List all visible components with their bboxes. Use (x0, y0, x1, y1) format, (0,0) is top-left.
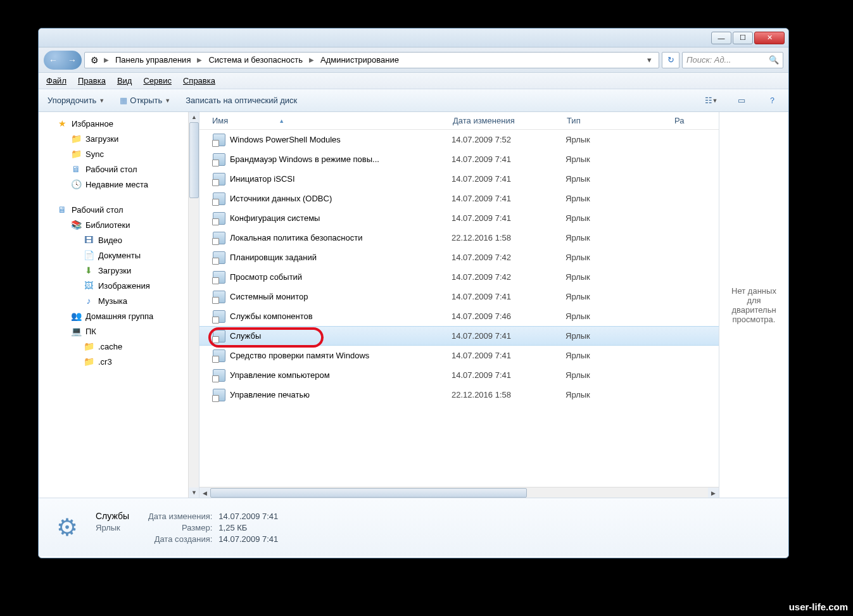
desktop-icon: 🖥 (70, 163, 82, 175)
sidebar-item-homegroup[interactable]: 👥Домашняя группа (39, 308, 199, 324)
file-row[interactable]: Управление компьютером14.07.2009 7:41Ярл… (199, 365, 719, 385)
breadcrumb-seg3[interactable]: Администрирование (318, 54, 401, 66)
close-button[interactable]: ✕ (754, 32, 785, 44)
shortcut-icon (212, 310, 226, 324)
organize-button[interactable]: Упорядочить ▼ (47, 96, 104, 105)
column-date[interactable]: Дата изменения (453, 116, 567, 125)
sidebar-item-sync[interactable]: 📁Sync (39, 146, 199, 161)
sort-asc-icon: ▲ (279, 118, 284, 124)
shortcut-icon (212, 329, 226, 343)
open-button[interactable]: ▦ Открыть ▼ (120, 96, 170, 105)
maximize-button[interactable]: ☐ (733, 32, 753, 44)
file-list: Имя▲ Дата изменения Тип Ра Windows Power… (199, 112, 719, 498)
watermark: user-life.com (789, 601, 848, 612)
file-row[interactable]: Планировщик заданий14.07.2009 7:42Ярлык (199, 248, 719, 267)
scroll-left-icon[interactable]: ◀ (199, 487, 210, 498)
file-row[interactable]: Службы компонентов14.07.2009 7:46Ярлык (199, 306, 719, 326)
scroll-thumb[interactable] (189, 122, 199, 198)
file-name: Источники данных (ODBC) (230, 194, 452, 203)
sidebar-item-desktop[interactable]: 🖥Рабочий стол (39, 161, 199, 177)
file-date: 14.07.2009 7:42 (452, 253, 566, 262)
scroll-thumb[interactable] (210, 488, 527, 498)
scroll-right-icon[interactable]: ▶ (708, 487, 719, 498)
details-pane: ⚙ Службы Дата изменения: 14.07.2009 7:41… (39, 498, 788, 556)
sidebar-scrollbar[interactable]: ▲ ▼ (188, 112, 199, 498)
scroll-down-icon[interactable]: ▼ (189, 487, 199, 498)
sidebar-item-documents[interactable]: 📄Документы (39, 248, 199, 263)
file-date: 14.07.2009 7:41 (452, 331, 566, 341)
file-row[interactable]: Источники данных (ODBC)14.07.2009 7:41Яр… (199, 189, 719, 208)
control-panel-icon: ⚙ (89, 54, 100, 66)
file-row[interactable]: Брандмауэр Windows в режиме повы...14.07… (199, 149, 719, 169)
address-bar: ← → ⚙ ▶ Панель управления ▶ Система и бе… (39, 47, 788, 73)
content-area: Имя▲ Дата изменения Тип Ра Windows Power… (199, 112, 788, 498)
file-name: Управление печатью (230, 390, 452, 399)
file-row[interactable]: Управление печатью22.12.2016 1:58Ярлык (199, 385, 719, 405)
sidebar-item-downloads2[interactable]: ⬇Загрузки (39, 263, 199, 278)
sidebar-item-cache[interactable]: 📁.cache (39, 339, 199, 354)
file-name: Средство проверки памяти Windows (230, 351, 452, 360)
file-row[interactable]: Средство проверки памяти Windows14.07.20… (199, 346, 719, 365)
view-mode-button[interactable]: ☷ ▼ (704, 94, 719, 108)
sidebar-item-video[interactable]: 🎞Видео (39, 232, 199, 248)
menu-file[interactable]: Файл (46, 76, 66, 85)
file-date: 14.07.2009 7:42 (452, 272, 566, 282)
search-input[interactable]: Поиск: Ад... 🔍 (682, 52, 783, 68)
chevron-right-icon[interactable]: ▶ (103, 56, 110, 63)
sidebar-item-recent[interactable]: 🕓Недавние места (39, 177, 199, 192)
file-row[interactable]: Локальная политика безопасности22.12.201… (199, 228, 719, 248)
burn-button[interactable]: Записать на оптический диск (186, 96, 297, 105)
body-area: ★Избранное 📁Загрузки 📁Sync 🖥Рабочий стол… (39, 112, 788, 498)
sidebar-item-cr3[interactable]: 📁.cr3 (39, 354, 199, 369)
file-date: 14.07.2009 7:41 (452, 292, 566, 301)
breadcrumb-bar[interactable]: ⚙ ▶ Панель управления ▶ Система и безопа… (84, 52, 659, 68)
details-created-label: Дата создания: (148, 534, 212, 544)
sidebar-item-images[interactable]: 🖼Изображения (39, 278, 199, 293)
file-date: 14.07.2009 7:41 (452, 370, 566, 380)
chevron-right-icon[interactable]: ▶ (308, 56, 315, 63)
sidebar-item-pc[interactable]: 💻ПК (39, 324, 199, 339)
sidebar-item-music[interactable]: ♪Музыка (39, 293, 199, 308)
preview-pane-button[interactable]: ▭ (734, 94, 749, 108)
preview-text: Нет данных для дварительн просмотра. (724, 286, 783, 324)
file-row[interactable]: Windows PowerShell Modules14.07.2009 7:5… (199, 130, 719, 149)
column-size[interactable]: Ра (674, 116, 700, 125)
file-row[interactable]: Системный монитор14.07.2009 7:41Ярлык (199, 287, 719, 306)
library-icon: 📚 (70, 219, 82, 230)
scroll-up-icon[interactable]: ▲ (189, 112, 199, 122)
chevron-right-icon[interactable]: ▶ (196, 56, 203, 63)
menu-service[interactable]: Сервис (143, 76, 172, 85)
file-type: Ярлык (566, 213, 673, 223)
horizontal-scrollbar[interactable]: ◀ ▶ (199, 487, 719, 498)
sidebar-item-libraries[interactable]: 📚Библиотеки (39, 217, 199, 232)
file-row[interactable]: Службы14.07.2009 7:41Ярлык (199, 326, 719, 346)
minimize-button[interactable]: — (711, 32, 731, 44)
shortcut-icon (212, 153, 226, 167)
menu-help[interactable]: Справка (183, 76, 215, 85)
breadcrumb-seg1[interactable]: Панель управления (113, 54, 193, 66)
breadcrumb-seg2[interactable]: Система и безопасность (206, 54, 305, 66)
file-row[interactable]: Конфигурация системы14.07.2009 7:41Ярлык (199, 208, 719, 228)
back-button[interactable]: ← (49, 55, 58, 65)
file-name: Просмотр событий (230, 272, 452, 282)
computer-icon: 💻 (70, 325, 82, 337)
file-type: Ярлык (566, 154, 673, 164)
menu-edit[interactable]: Правка (78, 76, 106, 85)
file-row[interactable]: Просмотр событий14.07.2009 7:42Ярлык (199, 267, 719, 287)
file-row[interactable]: Инициатор iSCSI14.07.2009 7:41Ярлык (199, 169, 719, 189)
help-button[interactable]: ？ (764, 94, 780, 108)
folder-icon: 📁 (83, 356, 94, 367)
forward-button[interactable]: → (68, 55, 77, 65)
refresh-button[interactable]: ↻ (662, 52, 679, 68)
sidebar-item-downloads[interactable]: 📁Загрузки (39, 131, 199, 146)
file-type: Ярлык (566, 311, 673, 321)
address-dropdown[interactable]: ▾ (643, 55, 655, 65)
image-icon: 🖼 (83, 280, 94, 291)
column-type[interactable]: Тип (567, 116, 674, 125)
sidebar-favorites[interactable]: ★Избранное (39, 116, 199, 131)
search-placeholder: Поиск: Ад... (686, 55, 731, 65)
shortcut-icon (212, 231, 226, 245)
column-name[interactable]: Имя▲ (212, 116, 453, 125)
sidebar-desktop[interactable]: 🖥Рабочий стол (39, 202, 199, 217)
menu-view[interactable]: Вид (117, 76, 132, 85)
